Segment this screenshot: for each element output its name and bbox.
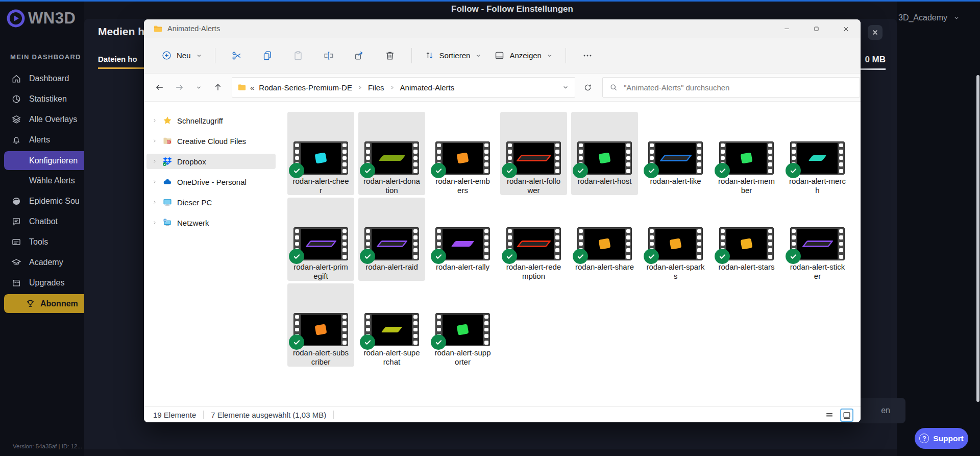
view-button[interactable]: Anzeigen	[488, 45, 559, 66]
back-button[interactable]	[151, 79, 168, 96]
video-frame	[372, 143, 412, 174]
sidebar-item-alerts[interactable]: Alerts	[0, 130, 84, 150]
file-item-rodan-alert-sticker[interactable]: rodan-alert-sticker	[784, 198, 851, 281]
file-item-rodan-alert-stars[interactable]: rodan-alert-stars	[713, 198, 780, 281]
forward-button[interactable]	[170, 79, 188, 96]
copy-button[interactable]	[255, 45, 280, 66]
breadcrumb-overflow[interactable]: «	[250, 83, 254, 92]
alert-shape	[315, 324, 327, 335]
list-view-toggle[interactable]	[823, 409, 836, 422]
recent-locations-button[interactable]	[190, 79, 207, 96]
sidebar-item-upgrades[interactable]: Upgrades	[0, 273, 84, 293]
expand-chevron-icon[interactable]	[152, 117, 158, 124]
nav-item-this-pc[interactable]: Dieser PC	[146, 195, 276, 210]
search-box	[602, 77, 860, 98]
breadcrumb-item[interactable]: Files	[367, 82, 385, 93]
file-item-rodan-alert-subscriber[interactable]: rodan-alert-subscriber	[287, 283, 354, 367]
account-menu[interactable]: 3D_Academy	[898, 13, 961, 22]
video-frame	[513, 143, 554, 174]
expand-chevron-icon[interactable]	[152, 138, 158, 144]
nav-item-creative-cloud-files[interactable]: Creative Cloud Files	[146, 133, 276, 149]
file-item-rodan-alert-share[interactable]: rodan-alert-share	[571, 198, 638, 281]
video-frame	[301, 315, 341, 345]
file-item-label: rodan-alert-sticker	[784, 262, 851, 281]
paste-button[interactable]	[286, 45, 310, 66]
nav-item-label: Creative Cloud Files	[177, 137, 246, 146]
nav-item-dropbox[interactable]: Dropbox	[146, 154, 276, 169]
rename-button[interactable]	[316, 45, 341, 66]
own3d-logo[interactable]: WN3D	[6, 9, 76, 28]
file-item-rodan-alert-sparks[interactable]: rodan-alert-sparks	[642, 198, 709, 281]
sidebar-item-chatbot[interactable]: Chatbot	[0, 211, 84, 232]
pc-icon	[162, 197, 173, 207]
thumbnail-view-toggle[interactable]	[840, 409, 853, 422]
cut-button[interactable]	[225, 45, 249, 66]
file-item-rodan-alert-embers[interactable]: rodan-alert-embers	[429, 112, 496, 195]
share-button[interactable]	[347, 45, 372, 66]
nav-item-onedrive[interactable]: OneDrive - Personal	[146, 174, 276, 189]
storage-bar	[858, 68, 886, 70]
expand-chevron-icon[interactable]	[152, 158, 158, 164]
nav-item-quick-access[interactable]: Schnellzugriff	[146, 113, 276, 128]
more-options-button[interactable]	[575, 45, 600, 66]
address-dropdown-icon[interactable]	[561, 83, 570, 91]
page-scrollbar[interactable]	[976, 75, 979, 402]
expand-chevron-icon[interactable]	[152, 179, 158, 185]
toolbar-separator	[215, 48, 215, 63]
file-item-rodan-alert-rally[interactable]: rodan-alert-rally	[429, 198, 496, 281]
explorer-titlebar[interactable]: Animated-Alerts	[144, 19, 861, 38]
sidebar-item-tools[interactable]: Tools	[0, 232, 84, 252]
modal-close-button[interactable]	[868, 25, 883, 40]
video-thumbnail	[719, 141, 774, 175]
breadcrumb-item[interactable]: Animated-Alerts	[399, 82, 456, 93]
alert-shape	[599, 152, 611, 163]
sync-check-badge-icon	[644, 249, 659, 264]
sidebar-item-academy[interactable]: Academy	[0, 252, 84, 273]
video-thumbnail	[648, 227, 703, 260]
close-window-button[interactable]	[834, 19, 857, 38]
sidebar-item-epidemic-sound[interactable]: Epidemic Sou	[0, 191, 84, 211]
sidebar-item-label: Chatbot	[29, 217, 58, 226]
file-item-rodan-alert-supporter[interactable]: rodan-alert-supporter	[429, 283, 496, 367]
file-item-rodan-alert-redemption[interactable]: rodan-alert-redemption	[500, 198, 567, 281]
file-item-rodan-alert-like[interactable]: rodan-alert-like	[642, 112, 709, 195]
video-thumbnail	[364, 141, 419, 175]
search-input[interactable]	[624, 83, 853, 92]
new-button[interactable]: Neu	[155, 45, 209, 66]
file-item-rodan-alert-superchat[interactable]: rodan-alert-superchat	[358, 283, 425, 367]
sidebar-item-waehle-alerts[interactable]: Wähle Alerts	[0, 171, 84, 191]
expand-chevron-icon[interactable]	[152, 199, 158, 205]
file-item-rodan-alert-raid[interactable]: rodan-alert-raid	[358, 198, 425, 281]
sidebar-item-dashboard[interactable]: Dashboard	[0, 68, 84, 89]
file-item-rodan-alert-merch[interactable]: rodan-alert-merch	[784, 112, 851, 195]
support-button[interactable]: ? Support	[915, 428, 968, 449]
explorer-body: SchnellzugriffCreative Cloud FilesDropbo…	[144, 103, 861, 406]
maximize-button[interactable]	[804, 19, 828, 38]
nav-item-label: OneDrive - Personal	[177, 178, 247, 186]
file-item-rodan-alert-follower[interactable]: rodan-alert-follower	[500, 112, 567, 195]
sidebar-item-alle-overlays[interactable]: Alle Overlays	[0, 109, 84, 130]
breadcrumb-item[interactable]: Rodan-Series-Premium-DE	[258, 82, 353, 93]
search-icon	[609, 83, 618, 92]
file-item-rodan-alert-donation[interactable]: rodan-alert-donation	[358, 112, 425, 195]
delete-button[interactable]	[378, 45, 402, 66]
nav-item-network[interactable]: Netzwerk	[146, 215, 276, 230]
filmstrip-holes	[413, 229, 418, 259]
file-item-rodan-alert-member[interactable]: rodan-alert-member	[713, 112, 780, 195]
page-header-title: Follow - Follow Einstellungen	[451, 4, 573, 14]
file-item-rodan-alert-primegift[interactable]: rodan-alert-primegift	[287, 198, 354, 281]
file-item-rodan-alert-cheer[interactable]: rodan-alert-cheer	[287, 112, 354, 195]
up-button[interactable]	[209, 79, 227, 96]
sidebar-item-statistiken[interactable]: Statistiken	[0, 89, 84, 109]
sort-button[interactable]: Sortieren	[418, 45, 488, 66]
refresh-button[interactable]	[579, 79, 596, 96]
video-frame	[443, 315, 483, 345]
paste-icon	[292, 50, 304, 61]
minimize-button[interactable]	[775, 19, 798, 38]
breadcrumb[interactable]: «Rodan-Series-Premium-DEFilesAnimated-Al…	[232, 77, 575, 98]
sidebar-item-konfigurieren[interactable]: Konfigurieren	[4, 151, 84, 170]
chevron-down-icon	[195, 84, 203, 91]
sidebar-item-abonnement[interactable]: Abonnem	[4, 294, 84, 313]
file-item-rodan-alert-host[interactable]: rodan-alert-host	[571, 112, 638, 195]
expand-chevron-icon[interactable]	[152, 220, 158, 226]
